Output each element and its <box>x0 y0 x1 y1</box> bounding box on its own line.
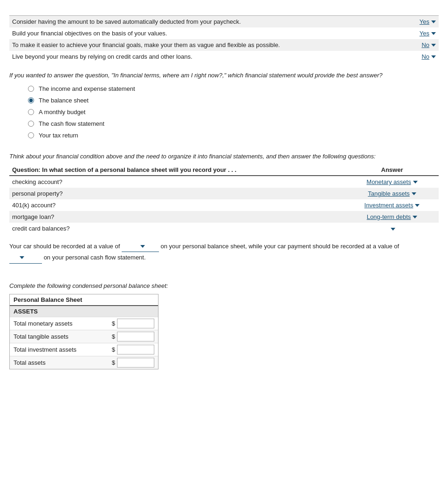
pbs-dollar-sign: $ <box>112 346 115 353</box>
action-table-row: Live beyond your means by relying on cre… <box>9 51 439 62</box>
pbs-dollar-sign: $ <box>112 359 115 366</box>
radio-option[interactable]: The balance sheet <box>28 97 439 104</box>
dropdown-arrow <box>391 228 395 231</box>
radio-input[interactable] <box>28 132 34 138</box>
pbs-instruction: Complete the following condensed persona… <box>9 282 439 289</box>
bs-answer-cell[interactable]: Investment assets <box>345 199 439 211</box>
bs-answer-dropdown[interactable]: Monetary assets <box>366 178 417 185</box>
pbs-row-label: Total assets <box>14 359 112 366</box>
bs-answer-col-header: Answer <box>345 164 439 176</box>
car-part2: on your personal balance sheet, while yo… <box>161 243 400 250</box>
answer-cell[interactable]: Yes <box>364 16 439 28</box>
bs-table-row: mortgage loan?Long-term debts <box>9 211 439 223</box>
bs-answer-cell[interactable]: Tangible assets <box>345 188 439 199</box>
dropdown-arrow <box>413 216 417 218</box>
radio-option[interactable]: The cash flow statement <box>28 120 439 127</box>
section2-intro: Think about your financial condition abo… <box>9 153 439 160</box>
bs-answer-cell[interactable]: Long-term debts <box>345 211 439 223</box>
car-part1: Your car should be recorded at a value o… <box>9 243 122 250</box>
pbs-row: Total assets$ <box>10 356 158 369</box>
bs-question-cell: checking account? <box>9 176 345 188</box>
pbs-dollar-sign: $ <box>112 320 115 327</box>
action-cell: Build your financial objectives on the b… <box>9 27 364 39</box>
pbs-category: ASSETS <box>10 306 158 317</box>
answer-dropdown[interactable]: No <box>421 53 436 60</box>
pbs-box: Personal Balance Sheet ASSETS Total mone… <box>9 294 159 369</box>
action-table-row: To make it easier to achieve your financ… <box>9 39 439 51</box>
pbs-dollar-sign: $ <box>112 333 115 340</box>
radio-input[interactable] <box>28 121 34 127</box>
bs-question-cell: mortgage loan? <box>9 211 345 223</box>
action-table-row: Build your financial objectives on the b… <box>9 27 439 39</box>
answer-dropdown[interactable]: No <box>421 41 436 48</box>
pbs-title: Personal Balance Sheet <box>10 294 158 306</box>
bs-table-row: credit card balances? <box>9 223 439 234</box>
car-sentence: Your car should be recorded at a value o… <box>9 241 439 264</box>
bs-table-row: checking account?Monetary assets <box>9 176 439 188</box>
dropdown-arrow <box>431 55 436 58</box>
answer-dropdown[interactable]: Yes <box>420 30 436 37</box>
pbs-row-label: Total tangible assets <box>14 333 112 340</box>
bs-answer-dropdown[interactable]: Tangible assets <box>368 190 416 197</box>
action-cell: Live beyond your means by relying on cre… <box>9 51 364 62</box>
car-value-arrow <box>140 245 145 248</box>
dropdown-arrow <box>413 181 418 184</box>
bs-answer-dropdown[interactable] <box>389 228 395 231</box>
pbs-value-input[interactable] <box>117 345 154 354</box>
balance-sheet-question-table: Question: In what section of a personal … <box>9 164 439 234</box>
dropdown-arrow <box>412 192 416 195</box>
radio-label: The balance sheet <box>39 97 89 104</box>
action-table: Consider having the amount to be saved a… <box>9 5 439 62</box>
bs-answer-dropdown[interactable]: Long-term debts <box>367 213 418 220</box>
car-value-dropdown[interactable] <box>122 241 159 252</box>
bs-question-cell: 401(k) account? <box>9 199 345 211</box>
answer-dropdown[interactable]: Yes <box>420 18 436 25</box>
bs-table-row: personal property?Tangible assets <box>9 188 439 199</box>
answer-cell[interactable]: No <box>364 39 439 51</box>
car-part3: on your personal cash flow statement. <box>44 254 146 261</box>
bs-answer-dropdown[interactable]: Investment assets <box>365 202 420 209</box>
pbs-row-label: Total investment assets <box>14 346 112 353</box>
bs-table-row: 401(k) account?Investment assets <box>9 199 439 211</box>
radio-label: Your tax return <box>39 132 78 139</box>
bs-question-cell: credit card balances? <box>9 223 345 234</box>
answer-cell[interactable]: No <box>364 51 439 62</box>
bs-question-col-header: Question: In what section of a personal … <box>9 164 345 176</box>
radio-label: The income and expense statement <box>39 85 135 92</box>
bs-answer-cell[interactable] <box>345 223 439 234</box>
radio-label: A monthly budget <box>39 109 85 116</box>
action-cell: To make it easier to achieve your financ… <box>9 39 364 51</box>
pbs-value-input[interactable] <box>117 358 154 368</box>
action-cell: Consider having the amount to be saved a… <box>9 16 364 28</box>
dropdown-arrow <box>431 20 436 23</box>
pbs-row-label: Total monetary assets <box>14 320 112 327</box>
pbs-row: Total investment assets$ <box>10 343 158 356</box>
bs-question-cell: personal property? <box>9 188 345 199</box>
pbs-value-input[interactable] <box>117 319 154 328</box>
radio-input[interactable] <box>28 86 34 92</box>
pbs-section: Complete the following condensed persona… <box>9 282 439 369</box>
radio-label: The cash flow statement <box>39 120 104 127</box>
action-col-header <box>9 5 364 16</box>
radio-input[interactable] <box>28 97 34 103</box>
question1-prompt: If you wanted to answer the question, "I… <box>9 72 439 79</box>
bs-answer-cell[interactable]: Monetary assets <box>345 176 439 188</box>
dropdown-arrow <box>415 204 420 207</box>
radio-input[interactable] <box>28 109 34 115</box>
dropdown-arrow <box>431 44 436 47</box>
radio-option[interactable]: The income and expense statement <box>28 85 439 92</box>
pbs-row: Total monetary assets$ <box>10 317 158 330</box>
car-payment-dropdown[interactable] <box>9 252 42 263</box>
answer-cell[interactable]: Yes <box>364 27 439 39</box>
recommend-col-header <box>364 5 439 16</box>
dropdown-arrow <box>431 32 436 35</box>
car-payment-arrow <box>20 256 24 259</box>
radio-option[interactable]: Your tax return <box>28 132 439 139</box>
action-table-row: Consider having the amount to be saved a… <box>9 16 439 28</box>
pbs-row: Total tangible assets$ <box>10 330 158 343</box>
pbs-value-input[interactable] <box>117 332 154 341</box>
radio-option[interactable]: A monthly budget <box>28 109 439 116</box>
